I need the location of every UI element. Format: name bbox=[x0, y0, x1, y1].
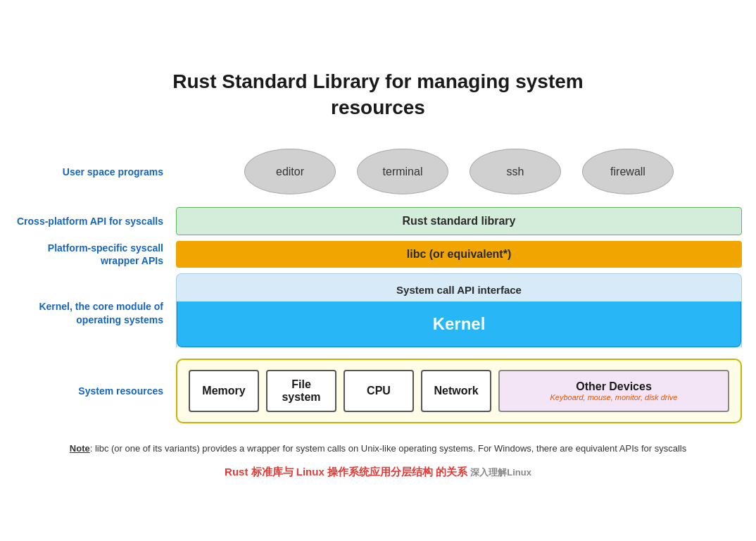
other-devices-title: Other Devices bbox=[576, 380, 652, 393]
label-platform-specific: Platform-specific syscall wrapper APIs bbox=[14, 242, 176, 267]
program-editor: editor bbox=[244, 149, 336, 194]
resources-outer: Memory File system CPU Network Other Dev… bbox=[176, 359, 742, 423]
watermark-text: 深入理解Linux bbox=[470, 467, 531, 478]
label-system-resources: System resources bbox=[14, 385, 176, 397]
rust-std-content: Rust standard library bbox=[176, 207, 742, 235]
user-space-programs: editor terminal ssh firewall bbox=[176, 142, 742, 201]
resource-memory: Memory bbox=[189, 370, 259, 412]
resource-filesystem: File system bbox=[266, 370, 336, 412]
row-platform-specific: Platform-specific syscall wrapper APIs l… bbox=[14, 241, 742, 268]
note-bold: Note bbox=[70, 443, 90, 454]
libc-content: libc (or equivalent*) bbox=[176, 241, 742, 268]
system-resources-content: Memory File system CPU Network Other Dev… bbox=[176, 359, 742, 423]
kernel-bar: Kernel bbox=[177, 301, 741, 347]
bottom-caption: Rust 标准库与 Linux 操作系统应用分层结构 的关系 深入理解Linux bbox=[14, 466, 742, 479]
resource-network: Network bbox=[421, 370, 491, 412]
row-system-resources: System resources Memory File system CPU … bbox=[14, 359, 742, 423]
syscall-container: System call API interface Kernel bbox=[176, 273, 742, 347]
caption-text: Rust 标准库与 Linux 操作系统应用分层结构 的关系 bbox=[225, 466, 467, 478]
diagram-body: User space programs editor terminal ssh … bbox=[14, 142, 742, 429]
kernel-content: System call API interface Kernel bbox=[176, 273, 742, 347]
resource-cpu: CPU bbox=[344, 370, 414, 412]
rust-std-bar: Rust standard library bbox=[176, 207, 742, 235]
diagram-container: Rust Standard Library for managing syste… bbox=[0, 48, 756, 492]
program-ssh: ssh bbox=[470, 149, 561, 194]
note-text: : libc (or one of its variants) provides… bbox=[90, 443, 687, 454]
label-cross-platform: Cross-platform API for syscalls bbox=[14, 215, 176, 228]
resource-other-devices: Other Devices Keyboard, mouse, monitor, … bbox=[498, 370, 729, 412]
main-title: Rust Standard Library for managing syste… bbox=[14, 69, 742, 120]
syscall-label: System call API interface bbox=[177, 280, 741, 301]
row-kernel: Kernel, the core module of operating sys… bbox=[14, 273, 742, 353]
libc-bar: libc (or equivalent*) bbox=[176, 241, 742, 268]
other-devices-sub: Keyboard, mouse, monitor, disk drive bbox=[550, 393, 678, 402]
label-user-space: User space programs bbox=[14, 166, 176, 178]
note-section: Note: libc (or one of its variants) prov… bbox=[14, 442, 742, 456]
program-terminal: terminal bbox=[357, 149, 448, 194]
row-cross-platform: Cross-platform API for syscalls Rust sta… bbox=[14, 207, 742, 235]
program-firewall: firewall bbox=[582, 149, 674, 194]
user-space-content: editor terminal ssh firewall bbox=[176, 142, 742, 201]
row-user-space: User space programs editor terminal ssh … bbox=[14, 142, 742, 201]
label-kernel: Kernel, the core module of operating sys… bbox=[14, 273, 176, 353]
